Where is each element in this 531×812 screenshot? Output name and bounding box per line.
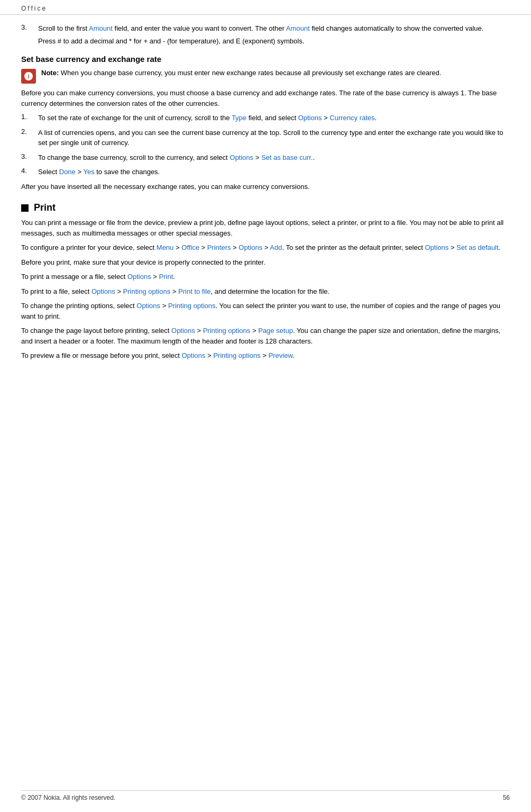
print-link[interactable]: Print — [159, 273, 173, 281]
options-link-2[interactable]: Options — [230, 154, 253, 161]
amount2-link[interactable]: Amount — [286, 24, 310, 32]
amount1-link[interactable]: Amount — [89, 24, 113, 32]
preview-para: To preview a file or message before you … — [21, 350, 510, 361]
list-item-3: 3. To change the base currency, scroll t… — [21, 152, 510, 163]
list-item-1: 1. To set the rate of exchange for the u… — [21, 113, 510, 123]
list-item-3-text: To change the base currency, scroll to t… — [38, 152, 315, 163]
note-body: When you change base currency, you must … — [59, 69, 441, 77]
printing-options-link-3[interactable]: Printing options — [203, 327, 251, 335]
print-square-icon — [21, 204, 29, 212]
step-3-number: 3. — [21, 23, 34, 34]
printers-link[interactable]: Printers — [207, 243, 231, 251]
options-link-print[interactable]: Options — [127, 273, 151, 281]
set-as-default-link[interactable]: Set as default — [456, 243, 499, 251]
options-link-change[interactable]: Options — [136, 302, 160, 310]
header-title: Office — [21, 5, 47, 12]
print-to-file-para: To print to a file, select Options > Pri… — [21, 286, 510, 297]
yes-link[interactable]: Yes — [83, 168, 94, 176]
press-note: Press # to add a decimal and * for + and… — [38, 36, 510, 47]
set-as-base-curr-link[interactable]: Set as base curr. — [261, 154, 313, 161]
list-item-3-number: 3. — [21, 152, 34, 163]
type-link[interactable]: Type — [232, 114, 246, 122]
page-setup-link[interactable]: Page setup — [258, 327, 293, 335]
list-item-4-number: 4. — [21, 167, 34, 177]
list-item-4-text: Select Done > Yes to save the changes. — [38, 167, 160, 177]
options-link-default[interactable]: Options — [425, 243, 448, 251]
printing-options-link-2[interactable]: Printing options — [168, 302, 216, 310]
note-icon-inner: i — [24, 72, 33, 80]
copyright: © 2007 Nokia. All rights reserved. — [21, 794, 115, 801]
currency-rates-link[interactable]: Currency rates — [329, 114, 374, 122]
list-item-2-text: A list of currencies opens, and you can … — [38, 128, 510, 148]
before-print-para: Before you print, make sure that your de… — [21, 257, 510, 268]
content: 3. Scroll to the first Amount field, and… — [0, 15, 531, 397]
print-message-para: To print a message or a file, select Opt… — [21, 272, 510, 282]
ordered-list: 1. To set the rate of exchange for the u… — [21, 113, 510, 177]
options-link-1[interactable]: Options — [298, 114, 322, 122]
note-label: Note: — [41, 69, 59, 77]
set-base-currency-heading: Set base currency and exchange rate — [21, 55, 510, 64]
print-para-1: You can print a message or file from the… — [21, 218, 510, 238]
print-to-file-link[interactable]: Print to file — [178, 287, 210, 295]
done-link[interactable]: Done — [59, 168, 76, 176]
menu-link[interactable]: Menu — [157, 243, 174, 251]
list-item-4: 4. Select Done > Yes to save the changes… — [21, 167, 510, 177]
step-3-text: Scroll to the first Amount field, and en… — [38, 23, 483, 34]
list-item-2-number: 2. — [21, 128, 34, 148]
press-note-text: Press # to add a decimal and * for + and… — [38, 37, 304, 45]
page-layout-para: To change the page layout before printin… — [21, 326, 510, 346]
change-printing-para: To change the printing options, select O… — [21, 301, 510, 321]
options-link-layout[interactable]: Options — [171, 327, 195, 335]
options-link-config[interactable]: Options — [239, 243, 262, 251]
after-ol-para: After you have inserted all the necessar… — [21, 182, 510, 192]
print-section-title: Print — [21, 202, 510, 213]
page-footer: © 2007 Nokia. All rights reserved. 56 — [21, 790, 510, 801]
office-link[interactable]: Office — [181, 243, 199, 251]
list-item-2: 2. A list of currencies opens, and you c… — [21, 128, 510, 148]
page-header: Office — [0, 0, 531, 15]
print-heading: Print — [34, 202, 56, 213]
page-number: 56 — [503, 794, 510, 801]
printing-options-link-4[interactable]: Printing options — [213, 351, 261, 359]
before-para: Before you can make currency conversions… — [21, 88, 510, 109]
note-box: i Note: When you change base currency, y… — [21, 68, 510, 84]
printing-options-link-1[interactable]: Printing options — [123, 287, 171, 295]
list-item-1-number: 1. — [21, 113, 34, 123]
preview-link[interactable]: Preview — [269, 351, 293, 359]
configure-para: To configure a printer for your device, … — [21, 242, 510, 253]
step-3: 3. Scroll to the first Amount field, and… — [21, 23, 510, 34]
note-content: Note: When you change base currency, you… — [41, 68, 441, 78]
add-link[interactable]: Add — [270, 243, 282, 251]
list-item-1-text: To set the rate of exchange for the unit… — [38, 113, 377, 123]
note-icon: i — [21, 69, 36, 84]
options-link-print-file[interactable]: Options — [91, 287, 115, 295]
options-link-preview[interactable]: Options — [181, 351, 205, 359]
